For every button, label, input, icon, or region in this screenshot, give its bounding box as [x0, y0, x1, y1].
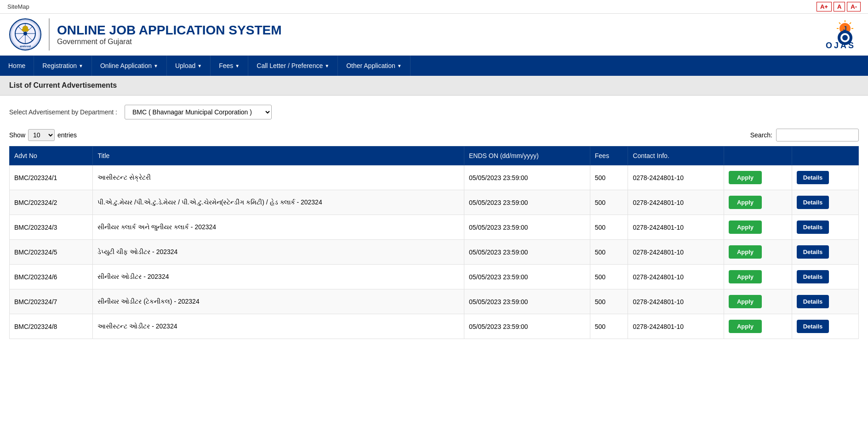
- cell-contact: 0278-2424801-10: [628, 190, 724, 215]
- cell-title: સીનીયર ક્લાર્ક અને જુનીયર ક્લાર્ક - 2023…: [93, 215, 464, 240]
- cell-details: Details: [792, 190, 858, 215]
- font-increase-button[interactable]: A+: [817, 2, 832, 11]
- table-row: BMC/202324/5ડેપ્યુટી ચીફ ઓડીટર - 2023240…: [10, 240, 859, 265]
- svg-line-16: [850, 23, 851, 24]
- search-label: Search:: [750, 131, 772, 139]
- nav-online-app-arrow: ▼: [154, 63, 158, 68]
- nav-item-online-application[interactable]: Online Application ▼: [92, 56, 167, 76]
- cell-contact: 0278-2424801-10: [628, 289, 724, 314]
- details-button-4[interactable]: Details: [797, 270, 829, 283]
- font-controls: A+ A A-: [817, 2, 861, 11]
- table-controls: Show 10 25 50 100 entries Search:: [0, 124, 868, 146]
- col-header-details: [792, 147, 858, 165]
- nav-item-call-letter[interactable]: Call Letter / Preference ▼: [248, 56, 338, 76]
- cell-ends-on: 05/05/2023 23:59:00: [464, 289, 590, 314]
- cell-apply: Apply: [724, 240, 792, 265]
- sitemap-link[interactable]: SiteMap: [7, 3, 29, 10]
- cell-ends-on: 05/05/2023 23:59:00: [464, 265, 590, 289]
- header-left: सत्यमेव जयते ONLINE JOB APPLICATION SYST…: [9, 18, 281, 51]
- nav-fees-arrow: ▼: [235, 63, 240, 68]
- apply-button-2[interactable]: Apply: [729, 220, 762, 234]
- nav-call-letter-label: Call Letter / Preference: [257, 62, 323, 69]
- nav-item-home[interactable]: Home: [0, 56, 34, 76]
- svg-text:सत्यमेव जयते: सत्यमेव जयते: [19, 45, 31, 48]
- nav-item-registration[interactable]: Registration ▼: [34, 56, 92, 76]
- nav-registration-arrow: ▼: [79, 63, 83, 68]
- department-select[interactable]: BMC ( Bhavnagar Municipal Corporation ) …: [125, 105, 272, 119]
- details-button-6[interactable]: Details: [797, 320, 829, 333]
- nav-item-upload[interactable]: Upload ▼: [167, 56, 211, 76]
- show-entries: Show 10 25 50 100 entries: [9, 129, 77, 141]
- table-row: BMC/202324/2પી.એ.ટુ.મેયર /પી.એ.ટુ.ડે.મેય…: [10, 190, 859, 215]
- details-button-1[interactable]: Details: [797, 196, 829, 209]
- nav-upload-arrow: ▼: [197, 63, 202, 68]
- navbar: Home Registration ▼ Online Application ▼…: [0, 56, 868, 76]
- apply-button-1[interactable]: Apply: [729, 196, 762, 209]
- apply-button-0[interactable]: Apply: [729, 171, 762, 184]
- col-header-contact: Contact Info.: [628, 147, 724, 165]
- cell-advt-no: BMC/202324/6: [10, 265, 93, 289]
- col-header-title: Title: [93, 147, 464, 165]
- cell-ends-on: 05/05/2023 23:59:00: [464, 314, 590, 339]
- nav-other-app-arrow: ▼: [397, 63, 402, 68]
- advertisements-table: Advt No Title ENDS ON (dd/mm/yyyy) Fees …: [9, 146, 859, 339]
- cell-details: Details: [792, 240, 858, 265]
- cell-title: પી.એ.ટુ.મેયર /પી.એ.ટુ.ડે.મેયર / પી.એ.ટુ.…: [93, 190, 464, 215]
- cell-advt-no: BMC/202324/8: [10, 314, 93, 339]
- cell-advt-no: BMC/202324/1: [10, 165, 93, 190]
- cell-fees: 500: [590, 215, 628, 240]
- cell-fees: 500: [590, 265, 628, 289]
- cell-ends-on: 05/05/2023 23:59:00: [464, 215, 590, 240]
- apply-button-3[interactable]: Apply: [729, 245, 762, 259]
- cell-contact: 0278-2424801-10: [628, 215, 724, 240]
- app-subtitle: Government of Gujarat: [57, 38, 281, 46]
- cell-title: સીનીયર ઓડીટર (ટેકનીકલ) - 202324: [93, 289, 464, 314]
- header-title: ONLINE JOB APPLICATION SYSTEM Government…: [57, 23, 281, 46]
- page-heading: List of Current Advertisements: [0, 76, 868, 96]
- apply-button-5[interactable]: Apply: [729, 295, 762, 308]
- col-header-advt-no: Advt No: [10, 147, 93, 165]
- search-input[interactable]: [776, 129, 859, 141]
- nav-other-app-label: Other Application: [346, 62, 395, 69]
- col-header-ends-on: ENDS ON (dd/mm/yyyy): [464, 147, 590, 165]
- details-button-0[interactable]: Details: [797, 171, 829, 184]
- table-wrapper: Advt No Title ENDS ON (dd/mm/yyyy) Fees …: [0, 146, 868, 348]
- cell-fees: 500: [590, 165, 628, 190]
- nav-call-letter-arrow: ▼: [325, 63, 329, 68]
- details-button-5[interactable]: Details: [797, 295, 829, 308]
- cell-fees: 500: [590, 240, 628, 265]
- details-button-2[interactable]: Details: [797, 220, 829, 234]
- cell-ends-on: 05/05/2023 23:59:00: [464, 165, 590, 190]
- top-bar: SiteMap A+ A A-: [0, 0, 868, 14]
- svg-point-7: [22, 28, 29, 32]
- filter-row: Select Advertisement by Department : BMC…: [0, 96, 868, 124]
- nav-fees-label: Fees: [219, 62, 233, 69]
- cell-contact: 0278-2424801-10: [628, 265, 724, 289]
- cell-advt-no: BMC/202324/5: [10, 240, 93, 265]
- nav-item-other-application[interactable]: Other Application ▼: [338, 56, 411, 76]
- entries-select[interactable]: 10 25 50 100: [28, 129, 55, 141]
- nav-item-fees[interactable]: Fees ▼: [211, 56, 248, 76]
- cell-contact: 0278-2424801-10: [628, 165, 724, 190]
- cell-details: Details: [792, 215, 858, 240]
- cell-apply: Apply: [724, 265, 792, 289]
- cell-advt-no: BMC/202324/2: [10, 190, 93, 215]
- details-button-3[interactable]: Details: [797, 245, 829, 259]
- nav-upload-label: Upload: [175, 62, 195, 69]
- page-heading-text: List of Current Advertisements: [9, 81, 117, 89]
- apply-button-6[interactable]: Apply: [729, 320, 762, 333]
- cell-title: સીનીયર ઓડીટર - 202324: [93, 265, 464, 289]
- col-header-fees: Fees: [590, 147, 628, 165]
- apply-button-4[interactable]: Apply: [729, 270, 762, 283]
- table-row: BMC/202324/8આસીસ્ટન્ટ ઓડીટર - 20232405/0…: [10, 314, 859, 339]
- cell-details: Details: [792, 265, 858, 289]
- cell-apply: Apply: [724, 289, 792, 314]
- nav-home-label: Home: [8, 62, 25, 69]
- ojas-logo: J OJAS: [822, 18, 859, 51]
- table-row: BMC/202324/6સીનીયર ઓડીટર - 20232405/05/2…: [10, 265, 859, 289]
- cell-advt-no: BMC/202324/7: [10, 289, 93, 314]
- font-normal-button[interactable]: A: [834, 2, 845, 11]
- font-decrease-button[interactable]: A-: [847, 2, 861, 11]
- cell-fees: 500: [590, 289, 628, 314]
- cell-title: ડેપ્યુટી ચીફ ઓડીટર - 202324: [93, 240, 464, 265]
